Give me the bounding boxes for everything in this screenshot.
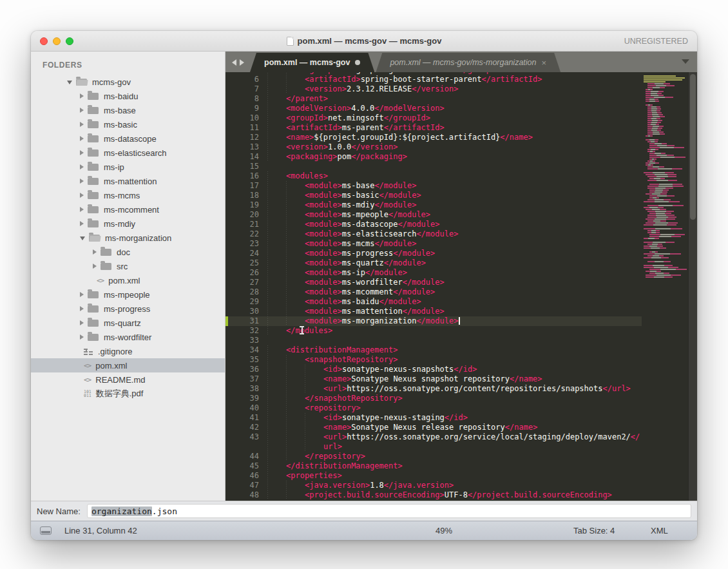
sidebar-folder-ms-quartz[interactable]: ms-quartz	[31, 316, 225, 330]
disclosure-closed-icon[interactable]	[80, 178, 84, 184]
disclosure-closed-icon[interactable]	[80, 150, 84, 155]
sidebar-folder-doc[interactable]: doc	[31, 245, 225, 259]
code-line-22[interactable]: 22<module>ms-elasticsearch</module>	[225, 229, 642, 239]
sidebar-folder-ms-basic[interactable]: ms-basic	[31, 117, 225, 131]
code-line-29[interactable]: 29<module>ms-baidu</module>	[225, 297, 642, 307]
disclosure-closed-icon[interactable]	[80, 136, 84, 141]
sidebar-file-数据字典.pdf[interactable]: 101011数据字典.pdf	[31, 387, 225, 401]
disclosure-closed-icon[interactable]	[93, 249, 97, 255]
code-line-39[interactable]: 39</snapshotRepository>	[225, 394, 642, 403]
code-line-9[interactable]: 9<modelVersion>4.0.0</modelVersion>	[225, 104, 642, 113]
code-line-44[interactable]: 44</repository>	[225, 452, 642, 461]
sidebar-folder-ms-morganization[interactable]: ms-morganization	[31, 231, 225, 245]
code-line-8[interactable]: 8</parent>	[225, 94, 642, 104]
code-line-30[interactable]: 30<module>ms-mattention</module>	[225, 307, 642, 316]
tab-pom-mcms-gov[interactable]: pom.xml — mcms-gov	[250, 53, 374, 72]
code-line-17[interactable]: 17<module>ms-base</module>	[225, 181, 642, 191]
code-line-24[interactable]: 24<module>ms-progress</module>	[225, 249, 642, 258]
code-line-20[interactable]: 20<module>ms-mpeople</module>	[225, 210, 642, 220]
code-line-46[interactable]: 46<properties>	[225, 471, 642, 481]
new-name-input[interactable]: organization.json	[87, 504, 691, 518]
sidebar-folder-ms-progress[interactable]: ms-progress	[31, 302, 225, 316]
code-line-7[interactable]: 7<version>2.3.12.RELEASE</version>	[225, 84, 642, 94]
sidebar-folder-ms-datascope[interactable]: ms-datascope	[31, 131, 225, 146]
sidebar-file-pom.xml[interactable]: <>pom.xml	[31, 273, 225, 287]
code-line-45[interactable]: 45</distributionManagement>	[225, 461, 642, 471]
code-line-6[interactable]: 6<artifactId>spring-boot-starter-parent<…	[225, 75, 642, 84]
code-line-14[interactable]: 14<packaging>pom</packaging>	[225, 152, 642, 162]
code-line-38[interactable]: 38<url>https://oss.sonatype.org/content/…	[225, 384, 642, 394]
sidebar-folder-ms-ip[interactable]: ms-ip	[31, 160, 225, 174]
minimap[interactable]	[642, 72, 688, 501]
panel-toggle-icon[interactable]	[40, 526, 52, 535]
code-line-47[interactable]: 47<java.version>1.8</java.version>	[225, 481, 642, 490]
sidebar-folder-ms-mpeople[interactable]: ms-mpeople	[31, 287, 225, 302]
sidebar-folder-ms-mdiy[interactable]: ms-mdiy	[31, 217, 225, 231]
zoom-window-button[interactable]	[66, 37, 73, 45]
close-tab-icon[interactable]: ×	[542, 59, 547, 67]
code-line-16[interactable]: 16<modules>	[225, 171, 642, 181]
code-line-18[interactable]: 18<module>ms-basic</module>	[225, 191, 642, 200]
disclosure-open-icon[interactable]	[67, 81, 72, 84]
disclosure-closed-icon[interactable]	[80, 164, 84, 169]
disclosure-closed-icon[interactable]	[80, 320, 84, 325]
code-line-15[interactable]: 15	[225, 162, 642, 171]
code-line-40[interactable]: 40<repository>	[225, 403, 642, 413]
code-line-26[interactable]: 26<module>ms-ip</module>	[225, 268, 642, 278]
disclosure-closed-icon[interactable]	[80, 334, 84, 340]
minimize-window-button[interactable]	[53, 37, 61, 45]
code-line-43[interactable]: 43<url>https://oss.sonatype.org/service/…	[225, 432, 642, 442]
scrollbar-thumb[interactable]	[690, 74, 696, 220]
code-line-12[interactable]: 12<name>${project.groupId}:${project.art…	[225, 133, 642, 142]
code-line-27[interactable]: 27<module>ms-wordfilter</module>	[225, 278, 642, 287]
disclosure-closed-icon[interactable]	[80, 207, 84, 212]
code-line-35[interactable]: 35<snapshotRepository>	[225, 355, 642, 365]
disclosure-closed-icon[interactable]	[80, 221, 84, 226]
code-line-10[interactable]: 10<groupId>net.mingsoft</groupId>	[225, 113, 642, 123]
disclosure-closed-icon[interactable]	[80, 122, 84, 127]
code-line-25[interactable]: 25<module>ms-quartz</module>	[225, 258, 642, 268]
sidebar-folder-ms-mcomment[interactable]: ms-mcomment	[31, 202, 225, 217]
sidebar-folder-src[interactable]: src	[31, 259, 225, 273]
code-line-19[interactable]: 19<module>ms-mdiy</module>	[225, 200, 642, 210]
code-line-48[interactable]: 48<project.build.sourceEncoding>UTF-8</p…	[225, 490, 642, 500]
sidebar-file-pom.xml[interactable]: <>pom.xml	[31, 358, 225, 372]
sidebar-folder-ms-base[interactable]: ms-base	[31, 103, 225, 117]
code-line-28[interactable]: 28<module>ms-mcomment</module>	[225, 287, 642, 297]
code-line-13[interactable]: 13<version>1.0.0</version>	[225, 142, 642, 152]
sidebar-file-.gitignore[interactable]: .gitignore	[31, 344, 225, 358]
sidebar-folder-mcms-gov[interactable]: mcms-gov	[31, 75, 225, 89]
code-line-23[interactable]: 23<module>ms-mcms</module>	[225, 239, 642, 249]
disclosure-closed-icon[interactable]	[80, 292, 84, 297]
code-line-41[interactable]: 41<id>sonatype-nexus-staging</id>	[225, 413, 642, 423]
tab-size-status[interactable]: Tab Size: 4	[573, 526, 615, 535]
code-line-34[interactable]: 34<distributionManagement>	[225, 345, 642, 355]
disclosure-closed-icon[interactable]	[80, 306, 84, 311]
tab-pom-ms-morganization[interactable]: pom.xml — mcms-gov/ms-morganization ×	[376, 53, 560, 72]
code-line-42[interactable]: 42<name>Sonatype Nexus release repositor…	[225, 423, 642, 432]
code-view[interactable]: <groupId>org.springframework.boot</group…	[225, 72, 642, 501]
code-line-37[interactable]: 37<name>Sonatype Nexus snapshot reposito…	[225, 374, 642, 384]
vertical-scrollbar[interactable]	[688, 72, 697, 501]
disclosure-closed-icon[interactable]	[80, 93, 84, 99]
code-line-21[interactable]: 21<module>ms-datascope</module>	[225, 220, 642, 229]
sidebar-folder-ms-wordfilter[interactable]: ms-wordfilter	[31, 330, 225, 344]
sidebar-folder-ms-elasticsearch[interactable]: ms-elasticsearch	[31, 146, 225, 160]
disclosure-closed-icon[interactable]	[80, 193, 84, 198]
code-line-32[interactable]: 32</modules>	[225, 326, 642, 336]
tab-scroll-left-icon[interactable]	[232, 59, 236, 66]
code-line-31[interactable]: 31<module>ms-morganization</module>	[225, 316, 642, 326]
disclosure-closed-icon[interactable]	[93, 264, 97, 269]
code-line[interactable]: url>	[225, 442, 642, 452]
disclosure-closed-icon[interactable]	[80, 108, 84, 113]
disclosure-open-icon[interactable]	[80, 236, 85, 240]
close-window-button[interactable]	[40, 37, 48, 45]
tab-scroll-right-icon[interactable]	[240, 59, 244, 66]
code-line-33[interactable]: 33	[225, 336, 642, 345]
code-line-36[interactable]: 36<id>sonatype-nexus-snapshots</id>	[225, 365, 642, 374]
sidebar-folder-ms-mattention[interactable]: ms-mattention	[31, 174, 225, 188]
sidebar-file-README.md[interactable]: <>README.md	[31, 372, 225, 387]
syntax-status[interactable]: XML	[651, 526, 668, 535]
sidebar-folder-ms-baidu[interactable]: ms-baidu	[31, 89, 225, 103]
sidebar-folder-ms-mcms[interactable]: ms-mcms	[31, 188, 225, 202]
